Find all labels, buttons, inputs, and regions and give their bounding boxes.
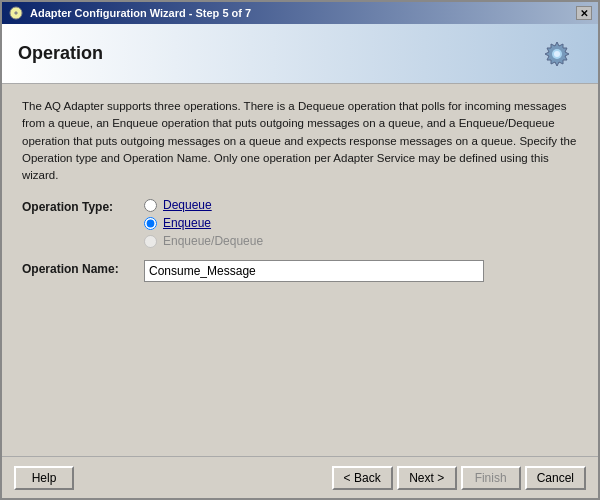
help-button[interactable]: Help bbox=[14, 466, 74, 490]
footer: Help < Back Next > Finish Cancel bbox=[2, 456, 598, 498]
header-title: Operation bbox=[18, 43, 103, 64]
next-button[interactable]: Next > bbox=[397, 466, 457, 490]
dequeue-label[interactable]: Dequeue bbox=[163, 198, 212, 212]
operation-type-label: Operation Type: bbox=[22, 198, 132, 214]
enqueue-dequeue-radio-item: Enqueue/Dequeue bbox=[144, 234, 263, 248]
svg-point-3 bbox=[554, 51, 560, 57]
close-button[interactable]: ✕ bbox=[576, 6, 592, 20]
operation-name-label: Operation Name: bbox=[22, 260, 132, 276]
footer-right: < Back Next > Finish Cancel bbox=[332, 466, 586, 490]
operation-type-row: Operation Type: Dequeue Enqueue Enqueue/… bbox=[22, 198, 578, 248]
dequeue-radio-item: Dequeue bbox=[144, 198, 263, 212]
window-icon bbox=[8, 5, 24, 21]
enqueue-dequeue-radio bbox=[144, 235, 157, 248]
form-section: Operation Type: Dequeue Enqueue Enqueue/… bbox=[22, 198, 578, 282]
finish-button[interactable]: Finish bbox=[461, 466, 521, 490]
header-banner: Operation bbox=[2, 24, 598, 84]
gear-icon bbox=[532, 29, 582, 79]
content-area: The AQ Adapter supports three operations… bbox=[2, 84, 598, 456]
dequeue-radio[interactable] bbox=[144, 199, 157, 212]
footer-left: Help bbox=[14, 466, 74, 490]
main-window: Adapter Configuration Wizard - Step 5 of… bbox=[0, 0, 600, 500]
title-bar-left: Adapter Configuration Wizard - Step 5 of… bbox=[8, 5, 251, 21]
operation-name-row: Operation Name: bbox=[22, 260, 578, 282]
operation-name-input[interactable] bbox=[144, 260, 484, 282]
enqueue-radio-item: Enqueue bbox=[144, 216, 263, 230]
description-text: The AQ Adapter supports three operations… bbox=[22, 98, 578, 184]
enqueue-radio[interactable] bbox=[144, 217, 157, 230]
title-bar: Adapter Configuration Wizard - Step 5 of… bbox=[2, 2, 598, 24]
cancel-button[interactable]: Cancel bbox=[525, 466, 586, 490]
operation-type-radio-group: Dequeue Enqueue Enqueue/Dequeue bbox=[144, 198, 263, 248]
window-title: Adapter Configuration Wizard - Step 5 of… bbox=[30, 7, 251, 19]
back-button[interactable]: < Back bbox=[332, 466, 393, 490]
enqueue-label[interactable]: Enqueue bbox=[163, 216, 211, 230]
enqueue-dequeue-label: Enqueue/Dequeue bbox=[163, 234, 263, 248]
